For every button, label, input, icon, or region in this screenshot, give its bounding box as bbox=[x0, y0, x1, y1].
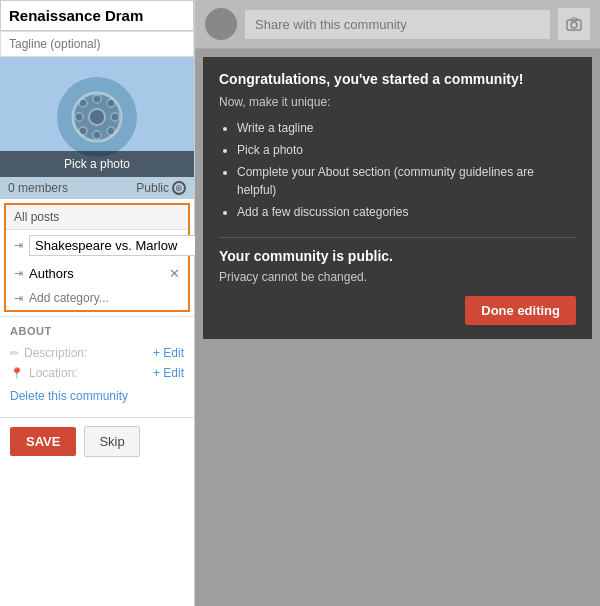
community-name-input[interactable] bbox=[0, 0, 194, 31]
congrats-panel: Congratulations, you've started a commun… bbox=[203, 57, 592, 339]
category-shakespeare-input[interactable] bbox=[29, 235, 209, 256]
share-bar bbox=[195, 0, 600, 49]
community-meta: 0 members Public ⊕ bbox=[0, 177, 194, 199]
svg-point-1 bbox=[89, 109, 105, 125]
category-authors-label: Authors bbox=[29, 266, 74, 281]
avatar bbox=[205, 8, 237, 40]
arrow-icon: ⇥ bbox=[14, 292, 23, 305]
svg-point-11 bbox=[571, 22, 577, 28]
save-button[interactable]: SAVE bbox=[10, 427, 76, 456]
all-posts-label: All posts bbox=[6, 205, 188, 230]
description-edit-link[interactable]: + Edit bbox=[153, 346, 184, 360]
share-input[interactable] bbox=[245, 10, 550, 39]
description-left: ✏ Description: bbox=[10, 346, 87, 360]
svg-point-8 bbox=[107, 99, 115, 107]
svg-point-5 bbox=[111, 113, 119, 121]
film-reel-icon bbox=[71, 91, 123, 143]
arrow-icon: ⇥ bbox=[14, 239, 23, 252]
tips-list: Write a tagline Pick a photo Complete yo… bbox=[219, 117, 576, 223]
pencil-icon: ✏ bbox=[10, 347, 19, 360]
description-label: Description: bbox=[24, 346, 87, 360]
about-label: ABOUT bbox=[10, 325, 184, 337]
location-left: 📍 Location: bbox=[10, 366, 78, 380]
members-count: 0 members bbox=[8, 181, 68, 195]
add-category-label: Add category... bbox=[29, 291, 109, 305]
list-item: Complete your About section (community g… bbox=[237, 161, 576, 201]
svg-point-9 bbox=[79, 127, 87, 135]
svg-point-4 bbox=[75, 113, 83, 121]
add-category-item[interactable]: ⇥ Add category... bbox=[6, 286, 188, 310]
skip-button[interactable]: Skip bbox=[84, 426, 139, 457]
done-editing-row: Done editing bbox=[219, 296, 576, 325]
list-item: ⇥ bbox=[6, 230, 188, 261]
public-label: Public bbox=[136, 181, 169, 195]
categories-section: All posts ⇥ ⇥ Authors ✕ ⇥ Add category..… bbox=[4, 203, 190, 312]
photo-area: Pick a photo bbox=[0, 57, 194, 177]
privacy-note: Privacy cannot be changed. bbox=[219, 270, 576, 284]
arrow-icon: ⇥ bbox=[14, 267, 23, 280]
photo-placeholder bbox=[57, 77, 137, 157]
divider bbox=[219, 237, 576, 238]
right-panel: Congratulations, you've started a commun… bbox=[195, 0, 600, 606]
pin-icon: 📍 bbox=[10, 367, 24, 380]
globe-icon: ⊕ bbox=[172, 181, 186, 195]
now-make-label: Now, make it unique: bbox=[219, 95, 576, 109]
delete-community-link[interactable]: Delete this community bbox=[10, 383, 184, 409]
svg-point-7 bbox=[107, 127, 115, 135]
pick-photo-button[interactable]: Pick a photo bbox=[0, 151, 194, 177]
congrats-title: Congratulations, you've started a commun… bbox=[219, 71, 576, 87]
location-edit-link[interactable]: + Edit bbox=[153, 366, 184, 380]
tagline-input[interactable] bbox=[0, 31, 194, 57]
svg-point-2 bbox=[93, 95, 101, 103]
public-badge: Public ⊕ bbox=[136, 181, 186, 195]
public-title: Your community is public. bbox=[219, 248, 576, 264]
camera-button[interactable] bbox=[558, 8, 590, 40]
close-icon[interactable]: ✕ bbox=[169, 266, 180, 281]
location-row: 📍 Location: + Edit bbox=[10, 363, 184, 383]
svg-point-6 bbox=[79, 99, 87, 107]
camera-icon bbox=[566, 17, 582, 31]
list-item: Write a tagline bbox=[237, 117, 576, 139]
left-panel: Pick a photo 0 members Public ⊕ All post… bbox=[0, 0, 195, 606]
about-section: ABOUT ✏ Description: + Edit 📍 Location: … bbox=[0, 316, 194, 417]
list-item: Pick a photo bbox=[237, 139, 576, 161]
list-item: Add a few discussion categories bbox=[237, 201, 576, 223]
done-editing-button[interactable]: Done editing bbox=[465, 296, 576, 325]
description-row: ✏ Description: + Edit bbox=[10, 343, 184, 363]
action-buttons: SAVE Skip bbox=[0, 417, 194, 465]
list-item: ⇥ Authors ✕ bbox=[6, 261, 188, 286]
location-label: Location: bbox=[29, 366, 78, 380]
svg-point-3 bbox=[93, 131, 101, 139]
